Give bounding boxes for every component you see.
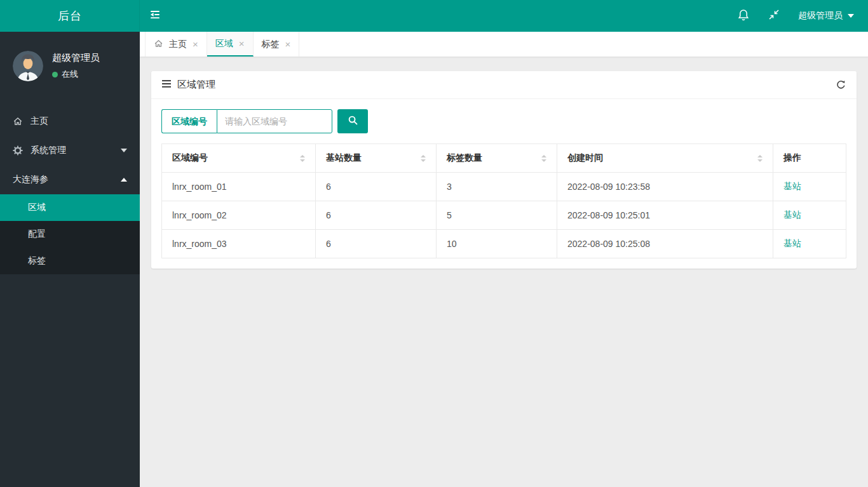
notifications-button[interactable] xyxy=(737,8,750,24)
cell-stations: 6 xyxy=(316,201,437,230)
panel-title: 区域管理 xyxy=(177,79,215,91)
sidebar-item-label: 标签 xyxy=(28,255,46,267)
sidebar-item-label: 主页 xyxy=(31,116,48,127)
sidebar-item-tags[interactable]: 标签 xyxy=(0,248,140,274)
sidebar-submenu: 区域 配置 标签 xyxy=(0,194,140,274)
content-area: 区域管理 区域编号 xyxy=(140,57,868,283)
refresh-button[interactable] xyxy=(836,79,846,90)
search-bar: 区域编号 xyxy=(161,109,846,133)
tab-label: 标签 xyxy=(262,39,280,50)
user-name: 超级管理员 xyxy=(52,52,100,64)
cell-stations: 6 xyxy=(316,173,437,201)
caret-down-icon xyxy=(848,14,854,18)
main-area: 主页 × 区域 × 标签 × 区域管理 xyxy=(140,32,868,487)
home-icon xyxy=(154,39,163,50)
column-label: 操作 xyxy=(783,152,801,164)
column-header-tags[interactable]: 标签数量 xyxy=(437,144,557,173)
sidebar-item-area[interactable]: 区域 xyxy=(0,194,140,221)
close-icon[interactable]: × xyxy=(193,39,198,49)
search-button[interactable] xyxy=(337,109,368,133)
panel-header: 区域管理 xyxy=(151,71,857,99)
column-header-stations[interactable]: 基站数量 xyxy=(316,144,437,173)
sidebar-item-label: 区域 xyxy=(28,202,46,213)
column-header-area-id[interactable]: 区域编号 xyxy=(162,144,316,173)
table-row: lnrx_room_03 6 10 2022-08-09 10:25:08 基站 xyxy=(162,230,846,258)
close-icon[interactable]: × xyxy=(285,39,291,49)
search-field-label: 区域编号 xyxy=(161,109,217,133)
sidebar-item-label: 系统管理 xyxy=(31,145,66,156)
user-menu[interactable]: 超级管理员 xyxy=(798,10,854,22)
base-station-link[interactable]: 基站 xyxy=(783,210,801,220)
tab-bar: 主页 × 区域 × 标签 × xyxy=(140,32,868,57)
fullscreen-toggle-button[interactable] xyxy=(768,8,780,23)
cell-created: 2022-08-09 10:25:08 xyxy=(557,230,773,258)
sidebar-item-label: 配置 xyxy=(28,229,46,240)
chevron-up-icon xyxy=(121,178,127,182)
sidebar-user-panel: 超级管理员 在线 xyxy=(0,32,140,98)
sort-icon[interactable] xyxy=(300,155,305,162)
column-label: 创建时间 xyxy=(567,152,603,164)
user-info: 超级管理员 在线 xyxy=(52,52,100,80)
table-row: lnrx_room_02 6 5 2022-08-09 10:25:01 基站 xyxy=(162,201,846,230)
tab-home[interactable]: 主页 × xyxy=(145,32,207,57)
column-header-actions: 操作 xyxy=(773,144,846,173)
sidebar-item-config[interactable]: 配置 xyxy=(0,221,140,248)
sidebar-item-dalian-haishen[interactable]: 大连海参 xyxy=(0,165,140,194)
home-icon xyxy=(13,116,24,126)
cell-area-id: lnrx_room_02 xyxy=(162,201,316,230)
top-navbar: 后台 xyxy=(0,0,868,32)
user-menu-label: 超级管理员 xyxy=(798,10,843,22)
cell-stations: 6 xyxy=(316,230,437,258)
cell-tags: 5 xyxy=(437,201,557,230)
compress-icon xyxy=(768,8,780,23)
cell-area-id: lnrx_room_01 xyxy=(162,173,316,201)
column-header-created[interactable]: 创建时间 xyxy=(557,144,773,173)
table-row: lnrx_room_01 6 3 2022-08-09 10:23:58 基站 xyxy=(162,173,846,201)
bell-icon xyxy=(737,8,750,24)
sidebar-toggle-button[interactable] xyxy=(140,0,170,32)
cell-tags: 10 xyxy=(437,230,557,258)
close-icon[interactable]: × xyxy=(239,39,245,48)
gear-icon xyxy=(13,145,24,156)
column-label: 基站数量 xyxy=(326,152,362,164)
area-table: 区域编号 基站数量 标签数量 xyxy=(161,143,846,258)
menu-fold-icon xyxy=(149,8,161,23)
column-label: 标签数量 xyxy=(447,152,482,164)
list-icon xyxy=(161,79,172,90)
table-header-row: 区域编号 基站数量 标签数量 xyxy=(162,144,846,173)
user-status-label: 在线 xyxy=(62,69,78,80)
cell-created: 2022-08-09 10:25:01 xyxy=(557,201,773,230)
sidebar: 超级管理员 在线 主页 xyxy=(0,32,140,487)
sidebar-menu: 主页 系统管理 xyxy=(0,107,140,274)
app-logo-text: 后台 xyxy=(58,8,82,23)
online-status-dot xyxy=(52,72,58,77)
tab-area[interactable]: 区域 × xyxy=(207,32,254,57)
app-logo[interactable]: 后台 xyxy=(0,0,140,32)
search-icon xyxy=(348,115,358,128)
sidebar-item-home[interactable]: 主页 xyxy=(0,107,140,136)
tab-label: 主页 xyxy=(169,39,187,50)
tab-label: 区域 xyxy=(215,38,233,50)
avatar xyxy=(13,51,43,81)
cell-area-id: lnrx_room_03 xyxy=(162,230,316,258)
sort-icon[interactable] xyxy=(541,155,546,162)
area-management-panel: 区域管理 区域编号 xyxy=(151,71,857,269)
sidebar-item-system-management[interactable]: 系统管理 xyxy=(0,136,140,165)
user-status: 在线 xyxy=(52,69,100,80)
cell-tags: 3 xyxy=(437,173,557,201)
search-input[interactable] xyxy=(217,109,332,133)
chevron-down-icon xyxy=(121,149,127,152)
sort-icon[interactable] xyxy=(421,155,426,162)
tab-tags[interactable]: 标签 × xyxy=(254,32,300,57)
base-station-link[interactable]: 基站 xyxy=(783,181,801,191)
panel-body: 区域编号 区域编号 xyxy=(151,99,857,269)
sort-icon[interactable] xyxy=(757,155,763,162)
sidebar-item-label: 大连海参 xyxy=(13,174,48,185)
column-label: 区域编号 xyxy=(172,152,208,164)
cell-created: 2022-08-09 10:23:58 xyxy=(557,173,773,201)
base-station-link[interactable]: 基站 xyxy=(783,238,801,248)
